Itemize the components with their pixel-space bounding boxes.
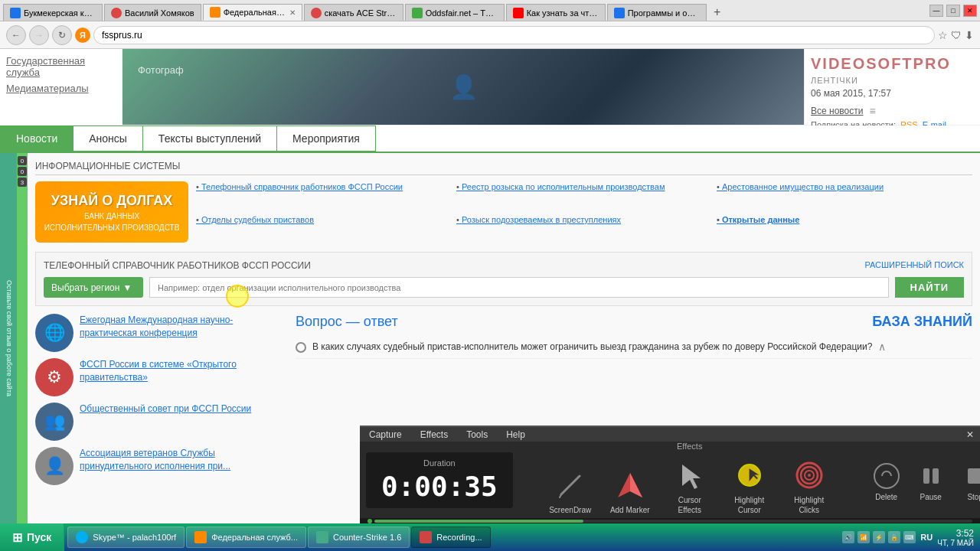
toolbar-tools[interactable]: Tools [457,427,497,442]
pause-button[interactable]: Pause [911,456,951,504]
tab-3-close[interactable]: ✕ [289,8,296,17]
qa-expand-icon[interactable]: ∧ [878,341,886,353]
news-item-3[interactable]: 👤 Ассоциация ветеранов Службы принудител… [35,447,288,485]
news-list: 🌐 Ежегодная Международная научно-практич… [35,314,288,485]
info-link-3[interactable]: Отделы судебных приставов [196,214,452,243]
qa-radio [296,342,306,353]
qa-item-0[interactable]: В каких случаях судебный пристав-исполни… [296,336,972,359]
sys-icon-5[interactable]: ⌨ [903,531,916,543]
tab-3-favicon [210,7,220,18]
highlightcursor-label: Highlight Cursor [727,495,772,515]
toolbar-capture[interactable]: Capture [360,427,411,442]
time-display[interactable]: 3:52 ЧТ, 7 МАЙ [937,528,974,547]
taskbar-item-recording[interactable]: Recording... [411,527,490,548]
info-link-4[interactable]: Розыск подозреваемых в преступлениях [456,214,712,243]
forward-button[interactable]: → [29,25,49,45]
minimize-button[interactable]: — [929,5,943,17]
news-text-0: Ежегодная Международная научно-практичес… [80,314,288,352]
svg-line-0 [561,476,580,494]
news-text-1: ФССП России в системе «Открытого правите… [80,358,288,396]
reload-button[interactable]: ↻ [52,25,72,45]
locale-indicator: RU [920,533,933,542]
sys-icon-4[interactable]: 🔒 [888,531,900,543]
info-link-5[interactable]: Открытые данные [717,214,972,243]
site-date: 06 мая 2015, 17:57 [811,88,974,99]
screendraw-button[interactable]: ScreenDraw [544,465,597,518]
toolbar-close-button[interactable]: ✕ [960,427,980,442]
news-icon-1: ⚙ [35,358,74,396]
yandex-icon[interactable]: Я [75,28,90,43]
all-news-link[interactable]: Все новости [811,106,863,116]
toolbar-help[interactable]: Help [497,427,534,442]
highlightclicks-icon [792,458,826,492]
screendraw-label: ScreenDraw [549,505,591,515]
taskbar: ⊞ Пуск Skype™ - palach100rf Федеральная … [0,523,980,551]
naiti-button[interactable]: НАЙТИ [895,277,964,298]
addmarker-button[interactable]: Add Marker [603,465,657,518]
highlightcursor-button[interactable]: Highlight Cursor [723,455,776,518]
tab-4-label: скачать ACE Stream [325,8,397,18]
tab-5[interactable]: Oddsfair.net – Тброн... [405,4,505,21]
delete-button[interactable]: Delete [867,456,906,504]
news-icon-2: 👥 [35,403,74,441]
left-sidebar-tab[interactable]: Оставьте свой отзыв о работе сайта [0,153,17,523]
close-button[interactable]: ✕ [963,5,977,17]
news-item-0[interactable]: 🌐 Ежегодная Международная научно-практич… [35,314,288,352]
highlightcursor-icon [733,458,766,492]
sys-icon-1[interactable]: 🔊 [842,531,854,543]
address-input[interactable] [93,26,935,44]
news-item-1[interactable]: ⚙ ФССП России в системе «Открытого прави… [35,358,288,396]
highlightclicks-label: Highlight Clicks [787,495,831,515]
info-link-2[interactable]: Арестованное имущество на реализации [717,181,972,210]
svg-point-11 [874,464,899,488]
tab-6[interactable]: Как узнать за что не... [506,4,606,21]
bookmark-icon[interactable]: ☆ [938,29,948,41]
site-right-info: VIDEOSOFTPRO ЛЕНТIЧКИ 06 мая 2015, 17:57… [804,49,980,125]
tab-3[interactable]: Федеральная служб... ✕ [203,4,302,21]
uznat-sub1: БАНК ДАННЫХ [84,212,139,220]
phone-search-input[interactable] [149,277,889,298]
info-link-0[interactable]: Телефонный справочник работников ФССП Ро… [196,181,452,210]
news-text-2: Общественный совет при ФССП России [80,403,251,441]
toolbar-menu: Capture Effects Tools Help ✕ [360,427,980,442]
region-select[interactable]: Выбрать регион ▼ [44,277,143,298]
tab-7[interactable]: Программы и обуче... [607,4,707,21]
news-item-2[interactable]: 👥 Общественный совет при ФССП России [35,403,288,441]
media-link[interactable]: Медиаматериалы [6,83,116,94]
download-icon[interactable]: ⬇ [965,29,974,41]
uznat-block[interactable]: УЗНАЙ О ДОЛГАХ БАНК ДАННЫХ ИСПОЛНИТЕЛЬНЫ… [35,181,188,243]
duration-timer: 0:00:35 [381,471,498,502]
maximize-button[interactable]: □ [946,5,960,17]
start-button[interactable]: ⊞ Пуск [0,523,64,551]
pause-label: Pause [920,493,942,501]
tab-4[interactable]: скачать ACE Stream [304,4,403,21]
gov-service-link[interactable]: Государственная служба [6,55,116,78]
nav-events[interactable]: Мероприятия [276,126,376,152]
qa-title: Вопрос — ответ [296,314,398,330]
back-button[interactable]: ← [6,25,26,45]
new-tab-button[interactable]: + [708,4,727,21]
nav-news[interactable]: Новости [0,126,74,152]
stop-button[interactable]: Stop [956,456,980,504]
nav-anons[interactable]: Анонсы [73,126,143,152]
rasshirenyi-link[interactable]: РАСШИРЕННЫЙ ПОИСК [864,260,964,271]
tab-1-favicon [10,8,21,18]
svg-marker-3 [630,473,642,497]
highlightclicks-button[interactable]: Highlight Clicks [782,455,836,518]
delete-label: Delete [875,493,897,501]
taskbar-item-cs[interactable]: Counter-Strike 1.6 [308,527,410,548]
taskbar-item-skype[interactable]: Skype™ - palach100rf [67,527,185,548]
cursoreffects-button[interactable]: Cursor Effects [663,455,717,518]
sys-icon-2[interactable]: 📶 [858,531,870,543]
nav-texts[interactable]: Тексты выступлений [142,126,277,152]
tab-5-label: Oddsfair.net – Тброн... [426,8,498,18]
baza-title[interactable]: БАЗА ЗНАНИЙ [872,314,972,330]
info-link-1[interactable]: Реестр розыска по исполнительным произво… [456,181,712,210]
news-text-3: Ассоциация ветеранов Службы принудительн… [80,447,288,485]
phone-dir-title: ТЕЛЕФОННЫЙ СПРАВОЧНИК РАБОТНИКОВ ФССП РО… [44,260,964,271]
tab-2[interactable]: Василий Хомяков [104,4,201,21]
tab-1[interactable]: Букмекерская конто... [3,4,103,21]
toolbar-effects[interactable]: Effects [411,427,457,442]
taskbar-item-fssprus[interactable]: Федеральная служб... [186,527,306,548]
sys-icon-3[interactable]: ⚡ [873,531,885,543]
